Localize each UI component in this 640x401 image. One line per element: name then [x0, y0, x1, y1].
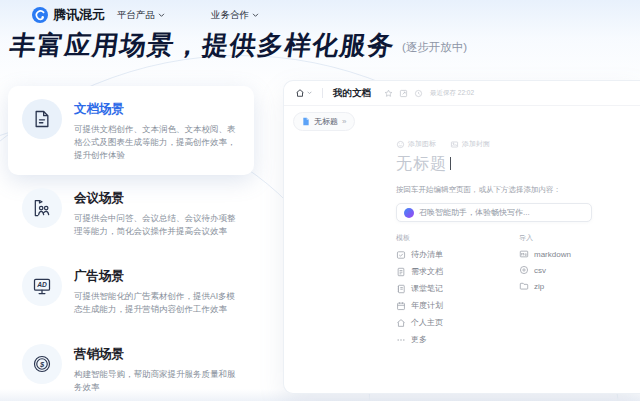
doc-collection-title: 我的文档: [333, 87, 371, 100]
nav-links: 平台产品 业务合作: [117, 9, 259, 22]
home-button[interactable]: [295, 88, 312, 98]
page-subtitle: (逐步开放中): [402, 41, 467, 53]
import-item-csv[interactable]: csv: [519, 265, 571, 275]
ellipsis-icon: [396, 335, 406, 345]
ad-icon: AD: [22, 266, 62, 306]
markdown-icon: [519, 249, 529, 259]
checklist-icon: [396, 250, 406, 260]
ai-assistant-placeholder: 召唤智能助手，体验畅快写作...: [419, 207, 530, 218]
text-cursor: [450, 157, 451, 170]
chevron-down-icon: [158, 13, 165, 18]
page-title: 丰富应用场景，提供多样化服务: [8, 28, 398, 63]
document-lines-icon: [396, 267, 406, 277]
template-item-label: 需求文档: [411, 266, 443, 277]
card-text: 会议场景 可提供会中问答、会议总结、会议待办项整理等能力，简化会议操作并提高会议…: [74, 188, 240, 238]
ai-assistant-input[interactable]: 召唤智能助手，体验畅快写作...: [396, 203, 592, 222]
scenario-card-list: 文档场景 可提供文档创作、文本润色、文本校阅、表格公式及图表生成等能力，提高创作…: [8, 86, 254, 401]
template-section-title: 模板: [396, 233, 519, 243]
template-more-button[interactable]: 更多: [396, 334, 519, 345]
import-section-title: 导入: [519, 233, 571, 243]
import-item-label: csv: [534, 266, 546, 275]
hero: 丰富应用场景，提供多样化服务(逐步开放中): [10, 28, 467, 63]
smiley-icon: [396, 140, 405, 149]
template-item-personal-homepage[interactable]: 个人主页: [396, 317, 519, 328]
scenario-card-meeting[interactable]: 会议场景 可提供会中问答、会议总结、会议待办项整理等能力，简化会议操作并提高会议…: [8, 175, 254, 253]
navbar: 腾讯混元 平台产品 业务合作: [32, 5, 259, 25]
import-section: 导入 markdown csv: [519, 233, 571, 351]
nav-item-platform-products[interactable]: 平台产品: [117, 9, 165, 22]
notebook-icon: [396, 284, 406, 294]
template-item-class-notes[interactable]: 课堂笔记: [396, 283, 519, 294]
nav-item-label: 平台产品: [117, 9, 155, 22]
folder-icon: [519, 281, 529, 291]
hunyuan-logo-icon: [32, 7, 48, 23]
meeting-icon: [22, 188, 62, 228]
calendar-icon: [396, 301, 406, 311]
tab-label: 无标题: [314, 116, 338, 127]
template-item-requirements-doc[interactable]: 需求文档: [396, 266, 519, 277]
chevrons-right-icon: »: [342, 117, 346, 126]
brand-name: 腾讯混元: [53, 6, 105, 24]
card-desc: 可提供智能化的广告素材创作，提供AI多模态生成能力，提升营销内容创作工作效率: [74, 290, 240, 316]
document-editor-panel: 我的文档 最近保存 22:02 无标题 »: [283, 80, 640, 394]
card-title: 会议场景: [74, 190, 240, 207]
doc-hint-text: 按回车开始编辑空页面，或从下方选择添加内容：: [396, 185, 596, 195]
add-icon-label: 添加图标: [408, 139, 436, 149]
template-item-label: 年度计划: [411, 300, 443, 311]
import-item-zip[interactable]: zip: [519, 281, 571, 291]
svg-text:AD: AD: [36, 281, 47, 288]
tab-untitled[interactable]: 无标题 »: [293, 112, 355, 131]
template-item-label: 个人主页: [411, 317, 443, 328]
template-item-todo-list[interactable]: 待办清单: [396, 249, 519, 260]
scenario-card-marketing[interactable]: $ 营销场景 构建智能导购，帮助商家提升服务质量和服务效率: [8, 331, 254, 401]
nav-item-business-cooperation[interactable]: 业务合作: [211, 9, 259, 22]
template-item-annual-plan[interactable]: 年度计划: [396, 300, 519, 311]
card-desc: 可提供文档创作、文本润色、文本校阅、表格公式及图表生成等能力，提高创作效率，提升…: [74, 123, 240, 162]
clock-icon: [414, 89, 423, 98]
last-saved-status: 最近保存 22:02: [430, 89, 474, 98]
card-text: 广告场景 可提供智能化的广告素材创作，提供AI多模态生成能力，提升营销内容创作工…: [74, 266, 240, 316]
nav-item-label: 业务合作: [211, 9, 249, 22]
doc-title-placeholder: 无标题: [396, 155, 447, 172]
add-cover-label: 添加封面: [462, 139, 490, 149]
doc-title-input[interactable]: 无标题: [396, 154, 596, 175]
marketing-icon: $: [22, 344, 62, 384]
card-desc: 可提供会中问答、会议总结、会议待办项整理等能力，简化会议操作并提高会议效率: [74, 212, 240, 238]
chevron-down-icon: [307, 91, 312, 95]
card-text: 营销场景 构建智能导购，帮助商家提升服务质量和服务效率: [74, 344, 240, 394]
tab-row: 无标题 »: [284, 106, 640, 135]
page: 腾讯混元 平台产品 业务合作 丰富应用场景，提供多样化服务(逐步开放中): [0, 0, 640, 401]
document-icon: [22, 99, 62, 139]
chevron-down-icon: [252, 13, 259, 18]
card-title: 文档场景: [74, 101, 240, 118]
template-item-label: 课堂笔记: [411, 283, 443, 294]
template-section: 模板 待办清单 需求文档: [396, 233, 519, 351]
quick-start-sections: 模板 待办清单 需求文档: [396, 233, 596, 351]
card-desc: 构建智能导购，帮助商家提升服务质量和服务效率: [74, 368, 240, 394]
ai-assistant-icon: [404, 208, 414, 218]
template-item-label: 待办清单: [411, 249, 443, 260]
image-icon: [450, 140, 459, 149]
card-text: 文档场景 可提供文档创作、文本润色、文本校阅、表格公式及图表生成等能力，提高创作…: [74, 99, 240, 162]
divider: [322, 88, 323, 98]
template-more-label: 更多: [411, 334, 427, 345]
brand-logo[interactable]: 腾讯混元: [32, 6, 105, 24]
header-actions: [384, 89, 423, 98]
star-icon[interactable]: [384, 89, 393, 98]
scenario-card-document[interactable]: 文档场景 可提供文档创作、文本润色、文本校阅、表格公式及图表生成等能力，提高创作…: [8, 86, 254, 175]
add-cover-button[interactable]: 添加封面: [450, 139, 490, 149]
editor-header: 我的文档 最近保存 22:02: [284, 81, 640, 106]
svg-text:$: $: [39, 360, 45, 369]
doc-file-icon: [302, 117, 310, 126]
import-item-label: markdown: [534, 250, 571, 259]
import-item-label: zip: [534, 282, 544, 291]
doc-add-actions: 添加图标 添加封面: [396, 139, 596, 149]
add-icon-button[interactable]: 添加图标: [396, 139, 436, 149]
csv-disc-icon: [519, 265, 529, 275]
home-icon: [396, 318, 406, 328]
card-title: 营销场景: [74, 346, 240, 363]
scenario-card-ad[interactable]: AD 广告场景 可提供智能化的广告素材创作，提供AI多模态生成能力，提升营销内容…: [8, 253, 254, 331]
share-icon[interactable]: [399, 89, 408, 98]
import-item-markdown[interactable]: markdown: [519, 249, 571, 259]
card-title: 广告场景: [74, 268, 240, 285]
